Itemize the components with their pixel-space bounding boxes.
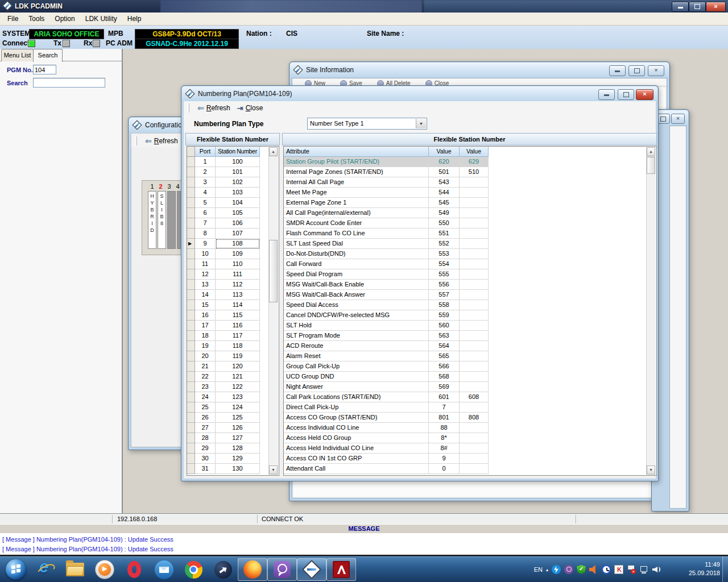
site-minimize-button[interactable] (609, 65, 626, 76)
row-selector[interactable] (187, 198, 195, 208)
station-cell[interactable]: 115 (216, 310, 260, 321)
language-indicator[interactable]: EN (534, 566, 543, 573)
attribute-cell[interactable]: Speed Dial Access (284, 300, 429, 310)
np-close-button[interactable]: × (636, 89, 653, 100)
attribute-row[interactable]: UCD Group DND568 (284, 372, 656, 382)
port-row[interactable]: 19118 (187, 341, 279, 351)
attribute-row[interactable]: Access CO IN 1st CO GRP9 (284, 454, 656, 464)
chrome-taskbar-button[interactable] (179, 558, 208, 581)
attribute-cell[interactable]: UCD Group DND (284, 372, 429, 382)
board-card[interactable]: HYBRID (148, 191, 156, 249)
attribute-cell[interactable]: Direct Call Pick-Up (284, 402, 429, 413)
station-cell[interactable]: 126 (216, 423, 260, 433)
attribute-row[interactable]: Do-Not-Disturb(DND)553 (284, 249, 656, 259)
attribute-row[interactable]: Internal All Call Page543 (284, 177, 656, 188)
volume-orange-tray-icon[interactable] (589, 565, 598, 574)
value2-cell[interactable] (460, 443, 489, 454)
value1-cell[interactable]: 549 (429, 208, 460, 218)
file-explorer-taskbar-button[interactable] (60, 558, 90, 581)
station-cell[interactable]: 122 (216, 382, 260, 392)
station-cell[interactable]: 100 (216, 157, 260, 167)
value2-cell[interactable] (460, 269, 489, 280)
port-row[interactable]: 6105 (187, 208, 279, 218)
value1-cell[interactable]: 558 (429, 300, 460, 310)
attribute-cell[interactable]: SLT Program Mode (284, 331, 429, 341)
station-cell[interactable]: 104 (216, 198, 260, 208)
station-cell[interactable]: 103 (216, 188, 260, 198)
port-row[interactable]: 28127 (187, 433, 279, 443)
port-row[interactable]: 3102 (187, 177, 279, 188)
port-cell[interactable]: 5 (195, 198, 216, 208)
value2-cell[interactable] (460, 188, 489, 198)
network-tray-icon[interactable] (639, 565, 648, 574)
port-row[interactable]: 7106 (187, 218, 279, 228)
port-cell[interactable]: 23 (195, 382, 216, 392)
station-cell[interactable]: 128 (216, 443, 260, 454)
internet-explorer-taskbar-button[interactable] (31, 558, 60, 581)
port-cell[interactable]: 18 (195, 331, 216, 341)
thunderbird-taskbar-button[interactable] (149, 558, 179, 581)
station-cell[interactable]: 111 (216, 269, 260, 280)
port-cell[interactable]: 27 (195, 423, 216, 433)
attribute-cell[interactable]: Cancel DND/CFW/Pre-selected MSG (284, 310, 429, 321)
attribute-cell[interactable]: Access Held CO Group (284, 433, 429, 443)
value2-cell[interactable] (460, 259, 489, 269)
attribute-cell[interactable]: Night Answer (284, 382, 429, 392)
attribute-cell[interactable]: Station Group Pilot (START/END) (284, 157, 429, 167)
port-row[interactable]: 9108 (187, 239, 279, 249)
station-cell[interactable]: 118 (216, 341, 260, 351)
kaspersky-tray-icon[interactable] (614, 565, 623, 574)
value2-cell[interactable] (460, 177, 489, 188)
station-cell[interactable]: 130 (216, 464, 260, 474)
port-row[interactable]: 31130 (187, 464, 279, 474)
value1-cell[interactable]: 550 (429, 218, 460, 228)
attribute-cell[interactable]: Access Held Individual CO Line (284, 443, 429, 454)
value1-cell[interactable]: 0 (429, 464, 460, 474)
tab-menu-list[interactable]: Menu List (1, 49, 34, 61)
attribute-cell[interactable]: Call Forward (284, 259, 429, 269)
row-selector[interactable] (187, 280, 195, 290)
value1-cell[interactable]: 8# (429, 443, 460, 454)
np-refresh-button[interactable]: ⇐ Refresh (194, 102, 234, 114)
attribute-cell[interactable]: MSG Wait/Call-Back Enable (284, 280, 429, 290)
attribute-row[interactable]: Direct Call Pick-Up7 (284, 402, 656, 413)
value2-cell[interactable] (460, 198, 489, 208)
station-cell[interactable]: 113 (216, 290, 260, 300)
station-cell[interactable]: 107 (216, 228, 260, 239)
value1-cell[interactable]: 544 (429, 188, 460, 198)
port-cell[interactable]: 15 (195, 300, 216, 310)
value1-cell[interactable]: 555 (429, 269, 460, 280)
attribute-cell[interactable]: ACD Reroute (284, 341, 429, 351)
tab-search[interactable]: Search (33, 49, 63, 62)
port-cell[interactable]: 20 (195, 351, 216, 361)
attribute-row[interactable]: MSG Wait/Call-Back Enable556 (284, 280, 656, 290)
port-cell[interactable]: 14 (195, 290, 216, 300)
attribute-table-scrollbar[interactable]: ▲ ▼ (646, 147, 656, 475)
attribute-row[interactable]: Station Group Pilot (START/END)620629 (284, 157, 656, 167)
attribute-row[interactable]: Speed Dial Program555 (284, 269, 656, 280)
row-selector[interactable] (187, 269, 195, 280)
attribute-row[interactable]: Access CO Group (START/END)801808 (284, 413, 656, 423)
site-maximize-button[interactable] (628, 65, 645, 76)
port-row[interactable]: 25124 (187, 402, 279, 413)
port-row[interactable]: 21120 (187, 361, 279, 372)
numbering-plan-title-bar[interactable]: Numbering Plan(PGM104-109) × (182, 86, 657, 101)
attribute-row[interactable]: Call Park Locations (START/END)601608 (284, 392, 656, 402)
value1-cell[interactable]: 553 (429, 249, 460, 259)
value1-cell[interactable]: 88 (429, 423, 460, 433)
port-cell[interactable]: 7 (195, 218, 216, 228)
config-refresh-button[interactable]: ⇐ Refresh (142, 135, 181, 147)
station-cell[interactable]: 108 (216, 239, 260, 249)
value1-cell[interactable]: 7 (429, 402, 460, 413)
port-row[interactable]: 14113 (187, 290, 279, 300)
port-cell[interactable]: 19 (195, 341, 216, 351)
taskbar-clock[interactable]: 11:49 25.09.2018 (689, 560, 720, 577)
row-selector[interactable] (187, 361, 195, 372)
attribute-row[interactable]: MSG Wait/Call-Back Answer557 (284, 290, 656, 300)
value1-cell[interactable]: 554 (429, 259, 460, 269)
attribute-row[interactable]: Night Answer569 (284, 382, 656, 392)
row-selector[interactable] (187, 341, 195, 351)
value1-cell[interactable]: 543 (429, 177, 460, 188)
station-cell[interactable]: 120 (216, 361, 260, 372)
port-cell[interactable]: 8 (195, 228, 216, 239)
